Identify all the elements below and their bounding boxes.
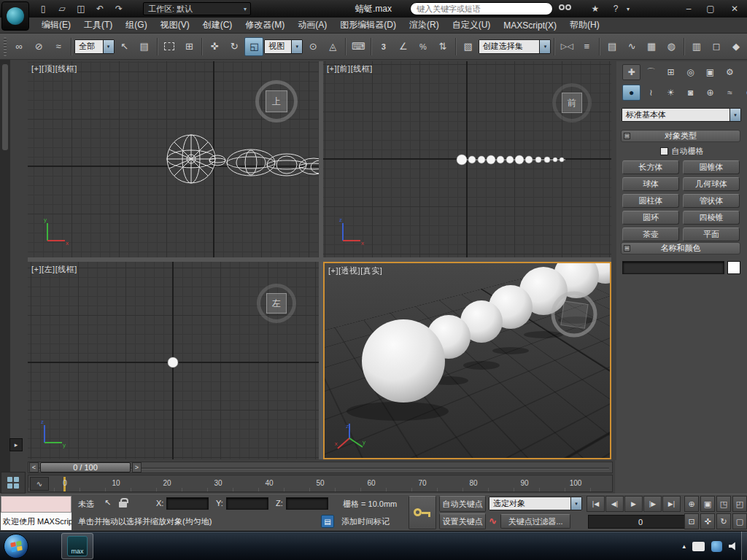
save-file-icon[interactable]: ◫ xyxy=(73,2,89,15)
select-and-scale-icon[interactable]: ◱ xyxy=(244,37,263,56)
zoom-region-icon[interactable]: ⊡ xyxy=(684,513,699,529)
menu-modifiers[interactable]: 修改器(M) xyxy=(239,17,291,34)
tab-modify[interactable]: ⌒ xyxy=(642,64,660,80)
selected-filter-dropdown[interactable]: 选定对象 ▾ xyxy=(489,497,582,510)
workspace-selector[interactable]: 工作区: 默认 ▾ xyxy=(143,2,251,15)
spinner-snap-icon[interactable]: ⇅ xyxy=(433,37,452,56)
cone-button[interactable]: 圆锥体 xyxy=(683,160,740,174)
tab-create[interactable]: ✚ xyxy=(622,64,640,80)
sign-in-icon[interactable]: ★ xyxy=(588,0,603,18)
toolbar-drag-handle[interactable] xyxy=(4,37,7,56)
window-crossing-icon[interactable]: ⊞ xyxy=(179,37,198,56)
select-and-rotate-icon[interactable]: ↻ xyxy=(225,37,244,56)
unlink-selection-icon[interactable]: ⊘ xyxy=(29,37,48,56)
new-file-icon[interactable]: ▯ xyxy=(35,2,51,15)
rectangular-selection-region-icon[interactable] xyxy=(160,37,179,56)
named-selection-sets-icon[interactable]: ▧ xyxy=(459,37,478,56)
angle-snap-icon[interactable]: ∠ xyxy=(394,37,413,56)
maximize-button[interactable]: ▢ xyxy=(700,0,721,18)
viewport-front[interactable]: [+][前][线框] 前 z xyxy=(323,61,611,257)
volume-icon[interactable] xyxy=(729,542,738,551)
viewcube-face[interactable]: 上 xyxy=(266,90,287,112)
time-slider[interactable]: < 0 / 100 > xyxy=(28,462,613,473)
category-geometry[interactable]: ● xyxy=(622,85,640,101)
close-button[interactable]: ✕ xyxy=(724,0,746,18)
rollout-name-color[interactable]: − 名称和颜色 xyxy=(621,242,740,254)
show-hidden-icons[interactable]: ▴ xyxy=(682,542,686,550)
orbit-icon[interactable]: ↻ xyxy=(716,513,731,529)
category-shapes[interactable]: ≀ xyxy=(642,85,660,101)
use-pivot-center-icon[interactable]: ⊙ xyxy=(303,37,322,56)
undo-icon[interactable]: ↶ xyxy=(92,2,108,15)
torus-button[interactable]: 圆环 xyxy=(622,211,679,225)
y-coordinate-field[interactable] xyxy=(226,497,268,510)
zoom-icon[interactable]: ⊕ xyxy=(684,496,699,512)
rollout-object-type[interactable]: − 对象类型 xyxy=(621,130,740,142)
select-and-manipulate-icon[interactable]: ◬ xyxy=(323,37,342,56)
menu-group[interactable]: 组(G) xyxy=(119,17,153,34)
layer-manager-icon[interactable]: ▤ xyxy=(603,37,622,56)
tab-hierarchy[interactable]: ⊞ xyxy=(662,64,680,80)
input-language-icon[interactable] xyxy=(692,542,705,551)
viewport-perspective[interactable]: [+][透视][真实] xyxy=(323,262,611,459)
category-cameras[interactable]: ◙ xyxy=(681,85,700,101)
menu-animation[interactable]: 动画(A) xyxy=(291,17,333,34)
menu-edit[interactable]: 编辑(E) xyxy=(35,17,77,34)
start-button[interactable] xyxy=(4,534,28,559)
tab-utilities[interactable]: ⚙ xyxy=(721,64,739,80)
select-by-name-icon[interactable]: ▤ xyxy=(135,37,154,56)
viewport-layout-tabs-button[interactable] xyxy=(1,472,26,494)
minimize-button[interactable]: – xyxy=(678,0,699,18)
open-file-icon[interactable]: ▱ xyxy=(54,2,70,15)
sphere-button[interactable]: 球体 xyxy=(622,177,679,191)
object-color-swatch[interactable] xyxy=(727,261,740,274)
viewport-top[interactable]: [+][顶][线框] xyxy=(28,61,319,257)
prompt-panel-icon[interactable]: ▤ xyxy=(321,515,334,528)
object-name-field[interactable] xyxy=(622,261,724,274)
pyramid-button[interactable]: 四棱锥 xyxy=(683,211,740,225)
search-input[interactable] xyxy=(410,2,553,15)
reference-coordinate-dropdown[interactable]: 视图 ▾ xyxy=(264,39,303,54)
menu-graph-editors[interactable]: 图形编辑器(D) xyxy=(333,17,403,34)
application-menu-button[interactable] xyxy=(1,1,29,31)
named-selection-set-dropdown[interactable]: 创建选择集 ▾ xyxy=(479,39,551,54)
viewcube[interactable]: 前 xyxy=(551,82,595,125)
next-frame-button[interactable]: > xyxy=(132,462,142,472)
network-icon[interactable] xyxy=(711,541,722,552)
maxscript-listener-output[interactable]: 欢迎使用 MAXScript xyxy=(1,513,71,530)
show-desktop-button[interactable] xyxy=(741,532,747,560)
viewcube[interactable]: 上 xyxy=(254,79,301,125)
plane-button[interactable]: 平面 xyxy=(683,228,740,241)
current-frame-field[interactable] xyxy=(588,515,693,529)
rendered-frame-window-icon[interactable]: ◻ xyxy=(707,37,726,56)
next-frame-button[interactable]: |▶ xyxy=(643,496,662,512)
align-icon[interactable]: ≡ xyxy=(577,37,596,56)
selection-lock-icon[interactable] xyxy=(119,500,127,509)
viewport-perspective-label[interactable]: [+][透视][真实] xyxy=(328,265,382,276)
select-object-icon[interactable]: ↖ xyxy=(115,37,134,56)
primitive-category-dropdown[interactable]: 标准基本体 ▾ xyxy=(622,108,741,122)
mirror-icon[interactable]: ▷◁ xyxy=(557,37,576,56)
schematic-view-icon[interactable]: ▦ xyxy=(642,37,661,56)
selection-filter-dropdown[interactable]: 全部 ▾ xyxy=(74,39,115,54)
geosphere-button[interactable]: 几何球体 xyxy=(683,177,740,191)
isolate-selection-icon[interactable]: ↖ xyxy=(104,498,111,508)
go-to-end-button[interactable]: ▶| xyxy=(662,496,681,512)
menu-customize[interactable]: 自定义(U) xyxy=(446,17,498,34)
taskbar-3dsmax-button[interactable]: max xyxy=(61,533,93,559)
tab-motion[interactable]: ◎ xyxy=(681,64,700,80)
current-frame-spinner[interactable]: ▴▾ xyxy=(588,515,643,529)
render-setup-icon[interactable]: ▥ xyxy=(687,37,706,56)
snaps-toggle-icon[interactable]: 3 xyxy=(374,37,393,56)
tube-button[interactable]: 管状体 xyxy=(683,194,740,208)
maximize-viewport-icon[interactable]: ▢ xyxy=(732,513,747,529)
auto-key-button[interactable]: 自动关键点 xyxy=(439,496,486,512)
flyout-arrow-button[interactable]: ▸ xyxy=(9,438,23,451)
category-lights[interactable]: ☀ xyxy=(662,85,680,101)
pan-view-icon[interactable]: ✜ xyxy=(700,513,715,529)
previous-frame-button[interactable]: ◀| xyxy=(605,496,624,512)
viewcube-face[interactable]: 前 xyxy=(562,93,582,113)
viewcube[interactable]: 左 xyxy=(255,282,299,326)
menu-maxscript[interactable]: MAXScript(X) xyxy=(497,18,563,33)
menu-rendering[interactable]: 渲染(R) xyxy=(403,17,446,34)
